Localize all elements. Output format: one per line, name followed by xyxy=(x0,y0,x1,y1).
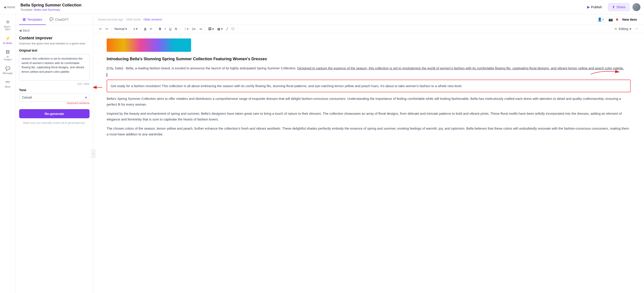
para1-underlined: Designed to capture the essence of the s… xyxy=(297,66,624,70)
checkbox-button[interactable]: ☐ xyxy=(230,26,236,32)
sidebar-label-more: More xyxy=(5,85,10,88)
subtitle-prefix: Template: xyxy=(20,8,34,11)
editor-toolbar: ↩ ↪ Normal ▾ ≡ ▾ A ✏ B I U S ⋮≡ 1≡ ⇥ 🖼 xyxy=(93,25,644,33)
more-icon: ••• xyxy=(6,80,10,84)
template-name-link[interactable]: Notes and Summary xyxy=(34,8,60,11)
para5: The chosen colors of the season, lemon y… xyxy=(107,126,631,137)
tab-chatgpt[interactable]: 💬 ChatGPT xyxy=(46,14,72,25)
original-text-label: Original text xyxy=(19,49,90,52)
improved-box-wrapper: Get ready for a fashion revolution! This… xyxy=(107,80,631,92)
align-button[interactable]: ≡ ▾ xyxy=(132,26,139,32)
bullet-list-button[interactable]: ⋮≡ xyxy=(182,26,190,32)
doc-banner-image xyxy=(107,38,191,52)
avatar[interactable] xyxy=(632,3,640,11)
doc-main-title: Introducing Bella's Stunning Spring Summ… xyxy=(107,56,631,62)
toolbar-sep-7 xyxy=(238,27,238,31)
template-panel: ▦ Templates 💬 ChatGPT ◀ Back Content imp… xyxy=(16,14,93,293)
back-label: Back xyxy=(23,29,30,32)
improved-label: Improved sentence xyxy=(19,102,90,105)
more-options-button[interactable]: ⋯ xyxy=(634,26,640,32)
text-color-button[interactable]: A xyxy=(143,26,148,32)
improved-text: Get ready for a fashion revolution! This… xyxy=(111,84,462,88)
format-chevron-icon: ▾ xyxy=(125,27,127,31)
para3: Bella's Spring Summer Collection aims to… xyxy=(107,96,631,107)
chevron-left-icon: ◀ xyxy=(4,5,6,9)
back-chevron-icon: ◀ xyxy=(19,29,22,32)
ordered-list-button[interactable]: 1≡ xyxy=(191,26,197,32)
templates-icon: ▦ xyxy=(23,17,26,21)
publish-button[interactable]: ▶ Publish xyxy=(584,3,605,11)
para1-prefix: [City, Date] - Bella, a leading fashion … xyxy=(107,66,297,70)
sidebar-item-brief-seo[interactable]: ⚙ Brief + SEO xyxy=(1,18,14,32)
panel-tabs: ▦ Templates 💬 ChatGPT xyxy=(16,14,93,25)
cursor-area xyxy=(107,73,631,77)
publish-label: Publish xyxy=(591,5,602,9)
ai-images-icon: 🖼 xyxy=(6,50,10,54)
image-button[interactable]: 🖼 ▾ xyxy=(207,26,215,32)
toolbar-sep-4 xyxy=(156,27,156,31)
tool-description: Improves the given text and rewrites in … xyxy=(19,42,90,45)
pencil-icon: ✏ xyxy=(615,27,617,31)
improved-text-box: Get ready for a fashion revolution! This… xyxy=(107,80,631,92)
tab-templates-label: Templates xyxy=(27,18,42,21)
italic-button[interactable]: I xyxy=(163,26,167,32)
table-button[interactable]: ▦ ▾ xyxy=(216,26,224,32)
publish-arrow-icon: ▶ xyxy=(587,5,590,9)
bold-button[interactable]: B xyxy=(158,26,162,32)
editor-content: Introducing Bella's Stunning Spring Summ… xyxy=(93,33,644,293)
main-layout: ⚙ Brief + SEO ⚡ AI Writer 🖼 AI Images 💬 … xyxy=(0,14,644,293)
new-item-label: New Item xyxy=(622,18,637,21)
para1-wrapper: [City, Date] - Bella, a leading fashion … xyxy=(107,65,631,71)
left-sidebar: ⚙ Brief + SEO ⚡ AI Writer 🖼 AI Images 💬 … xyxy=(0,14,16,293)
sidebar-item-message[interactable]: 💬 Message xyxy=(1,64,14,76)
panel-collapse-button[interactable]: ‹ xyxy=(91,149,96,158)
editor-topbar: Saved seconds ago 1566 words Older versi… xyxy=(93,14,644,25)
panel-content: ◀ Back Content improver Improves the giv… xyxy=(16,25,93,293)
share-label: Share xyxy=(616,5,625,9)
strikethrough-button[interactable]: S xyxy=(174,26,178,32)
editor-area: Saved seconds ago 1566 words Older versi… xyxy=(93,14,644,293)
sidebar-label-ai-images: AI Images xyxy=(2,55,13,61)
new-item-button[interactable]: New Item xyxy=(620,16,640,23)
brief-seo-icon: ⚙ xyxy=(6,20,10,24)
editing-chevron-icon: ▾ xyxy=(630,27,631,31)
editing-dropdown[interactable]: ✏ Editing ▾ xyxy=(613,26,633,32)
home-link[interactable]: ◀ Home xyxy=(4,5,15,9)
tone-select[interactable]: Casual Formal Friendly Professional xyxy=(19,93,90,102)
original-text-input[interactable] xyxy=(19,54,90,81)
new-item-dot xyxy=(616,18,618,21)
camera-icon-btn[interactable]: 📷 xyxy=(607,16,614,22)
editor-meta: Saved seconds ago 1566 words Older versi… xyxy=(98,18,162,21)
new-item-area: New Item xyxy=(616,16,640,23)
underline-button[interactable]: U xyxy=(168,26,173,32)
editing-area: ✏ Editing ▾ ⋯ xyxy=(613,26,640,32)
editing-label: Editing xyxy=(619,27,628,31)
topbar-right: 👤+ 📷 New Item xyxy=(596,16,640,23)
strikethrough-button-2[interactable]: ╱ xyxy=(225,26,229,32)
share-button[interactable]: ⬆ Share xyxy=(608,3,630,11)
undo-button[interactable]: ↩ xyxy=(98,26,103,32)
toolbar-sep-5 xyxy=(180,27,180,31)
sidebar-label-ai-writer: AI Writer xyxy=(3,42,12,44)
regenerate-button[interactable]: Re-generate xyxy=(19,109,90,118)
home-label: Home xyxy=(7,5,15,9)
sidebar-item-more[interactable]: ••• More xyxy=(1,78,14,90)
format-dropdown[interactable]: Normal ▾ xyxy=(113,26,128,32)
doc-info: Bella Spring Summer Collection Template:… xyxy=(20,3,81,11)
older-versions-link[interactable]: Older versions xyxy=(143,18,162,21)
back-button[interactable]: ◀ Back xyxy=(19,29,30,32)
para1: [City, Date] - Bella, a leading fashion … xyxy=(107,65,631,71)
ai-disclaimer: Make sure you manually review all AI gen… xyxy=(19,121,90,125)
char-count: 228 / 3000 xyxy=(19,82,90,86)
improved-sentence-arrow xyxy=(93,82,104,93)
redo-button[interactable]: ↪ xyxy=(104,26,109,32)
indent-button[interactable]: ⇥ xyxy=(198,26,203,32)
sidebar-item-ai-images[interactable]: 🖼 AI Images xyxy=(1,48,14,62)
sidebar-item-ai-writer[interactable]: ⚡ AI Writer xyxy=(1,34,14,46)
tab-templates[interactable]: ▦ Templates xyxy=(19,14,46,25)
highlight-button[interactable]: ✏ xyxy=(148,26,154,32)
tab-chatgpt-label: ChatGPT xyxy=(55,18,69,21)
template-subtitle: Template: Notes and Summary xyxy=(20,8,81,11)
word-count: 1566 words xyxy=(126,18,141,21)
user-plus-icon-btn[interactable]: 👤+ xyxy=(596,16,605,22)
